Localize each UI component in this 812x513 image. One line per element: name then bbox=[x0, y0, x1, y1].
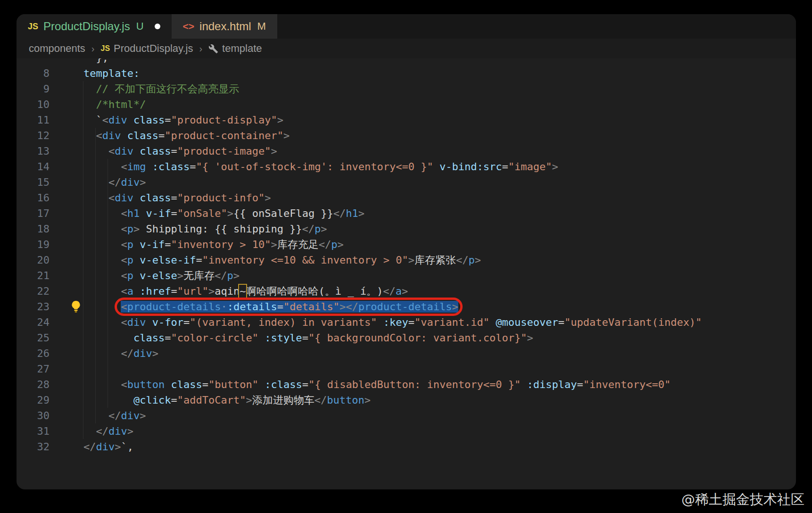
line-number[interactable]: 30 bbox=[17, 408, 50, 423]
code-line[interactable]: 32</div>`, bbox=[17, 439, 796, 455]
line-number[interactable]: 8 bbox=[17, 66, 50, 81]
code-token bbox=[83, 254, 121, 266]
line-number[interactable]: 15 bbox=[17, 174, 50, 190]
lightbulb-icon[interactable] bbox=[70, 300, 82, 313]
code-token: > bbox=[133, 223, 140, 235]
code-line[interactable]: 12 <div class="product-container"> bbox=[17, 128, 796, 143]
wrench-icon bbox=[208, 44, 218, 54]
code-token: </ bbox=[121, 348, 133, 359]
line-number[interactable]: 26 bbox=[17, 346, 50, 361]
code-line[interactable]: 24 <div v-for="(variant, index) in varia… bbox=[17, 314, 796, 330]
code-line[interactable]: 11 `<div class="product-display"> bbox=[17, 112, 796, 128]
line-number[interactable]: 29 bbox=[17, 392, 50, 408]
line-number[interactable]: 18 bbox=[17, 221, 50, 237]
code-line[interactable]: 10 /*html*/ bbox=[17, 97, 796, 112]
code-token: > bbox=[552, 161, 558, 173]
code-line[interactable]: 28 <button class="button" :class="{ disa… bbox=[17, 377, 796, 392]
code-token: > bbox=[475, 254, 481, 266]
code-token bbox=[258, 379, 265, 390]
code-line[interactable]: 14 <img :class="{ 'out-of-stock-img': in… bbox=[17, 159, 796, 174]
code-token: img bbox=[127, 161, 146, 173]
code-token: > bbox=[527, 332, 533, 344]
unsaved-changes-dot-icon[interactable] bbox=[155, 24, 160, 29]
code-line[interactable]: 16 <div class="product-info"> bbox=[17, 190, 796, 206]
line-number[interactable]: 12 bbox=[17, 128, 50, 143]
breadcrumb-item-template[interactable]: template bbox=[208, 42, 262, 55]
code-text: <p v-else-if="inventory <=10 && inventor… bbox=[83, 252, 481, 268]
code-token: :key bbox=[383, 316, 408, 328]
line-number[interactable]: 14 bbox=[17, 159, 50, 174]
line-number[interactable]: 32 bbox=[17, 439, 50, 455]
code-line[interactable]: 29 @click="addToCart">添加进购物车</button> bbox=[17, 392, 796, 408]
code-text: @click="addToCart">添加进购物车</button> bbox=[83, 392, 371, 408]
code-token: a bbox=[396, 285, 402, 297]
code-token: 添加进购物车 bbox=[252, 394, 315, 406]
breadcrumb-item-components[interactable]: components bbox=[29, 42, 85, 55]
line-number[interactable]: 27 bbox=[17, 361, 50, 377]
code-line[interactable]: 22 <a :href="url">aqin~啊哈啊哈啊哈哈(。ì _ í。)<… bbox=[17, 283, 796, 299]
code-line[interactable]: 26 </div> bbox=[17, 346, 796, 361]
code-line[interactable]: 30 </div> bbox=[17, 408, 796, 423]
code-text: <a :href="url">aqin~啊哈啊哈啊哈哈(。ì _ í。)</a> bbox=[83, 283, 408, 299]
code-token: "color-circle" bbox=[171, 332, 258, 344]
code-token: `, bbox=[121, 441, 134, 453]
code-line[interactable]: 18 <p> Shippling: {{ shipping }}</p> bbox=[17, 221, 796, 237]
code-line[interactable]: 23 <product-details·:details="details"><… bbox=[17, 299, 796, 314]
gutter-decoration-slot bbox=[50, 206, 83, 221]
line-number[interactable]: 23 bbox=[17, 299, 50, 314]
code-text: class="color-circle" :style="{ backgroun… bbox=[83, 330, 533, 346]
code-line[interactable]: 17 <h1 v-if="onSale">{{ onSaleFlag }}</h… bbox=[17, 206, 796, 221]
code-line[interactable]: 27 bbox=[17, 361, 796, 377]
code-line[interactable]: 13 <div class="product-image"> bbox=[17, 143, 796, 159]
code-token: div bbox=[108, 425, 127, 437]
line-number[interactable]: 28 bbox=[17, 377, 50, 392]
line-number[interactable]: 25 bbox=[17, 330, 50, 346]
code-token: = bbox=[171, 192, 177, 204]
line-number[interactable]: 17 bbox=[17, 206, 50, 221]
code-token: "product-display" bbox=[171, 114, 277, 126]
line-number[interactable]: 24 bbox=[17, 314, 50, 330]
code-editor[interactable]: }, 8template:9 // 不加下面这行不会高亮显示10 /*html*… bbox=[17, 58, 796, 489]
selected-code[interactable]: <product-details·:details="details"></pr… bbox=[121, 301, 458, 313]
code-token bbox=[83, 425, 96, 437]
code-token: = bbox=[171, 394, 177, 406]
code-token: = bbox=[302, 379, 308, 390]
git-status-badge: U bbox=[136, 20, 144, 33]
line-number[interactable]: 31 bbox=[17, 423, 50, 439]
code-line[interactable]: 15 </div> bbox=[17, 174, 796, 190]
code-token: div bbox=[115, 192, 133, 204]
code-token: < bbox=[121, 223, 127, 235]
code-token: < bbox=[121, 207, 127, 219]
tab-index-html[interactable]: <> index.html M bbox=[172, 14, 277, 39]
line-number[interactable]: 9 bbox=[17, 81, 50, 97]
javascript-file-icon: JS bbox=[28, 22, 38, 32]
line-number[interactable]: 19 bbox=[17, 237, 50, 252]
code-token: div bbox=[102, 130, 121, 141]
code-line[interactable]: 31 </div> bbox=[17, 423, 796, 439]
line-number[interactable]: 22 bbox=[17, 283, 50, 299]
code-token bbox=[146, 316, 152, 328]
code-line[interactable]: 8template: bbox=[17, 66, 796, 81]
code-token: 无库存 bbox=[183, 270, 215, 281]
gutter-decoration-slot bbox=[50, 392, 83, 408]
code-token: v-else bbox=[140, 270, 177, 281]
line-number[interactable]: 13 bbox=[17, 143, 50, 159]
code-token: < bbox=[121, 301, 127, 313]
code-token: = bbox=[408, 316, 414, 328]
tab-productdisplay-js[interactable]: JS ProductDisplay.js U bbox=[17, 14, 172, 39]
code-line[interactable]: 20 <p v-else-if="inventory <=10 && inven… bbox=[17, 252, 796, 268]
code-line[interactable]: 9 // 不加下面这行不会高亮显示 bbox=[17, 81, 796, 97]
git-status-badge: M bbox=[257, 20, 265, 33]
code-token bbox=[83, 114, 96, 126]
line-number[interactable]: 21 bbox=[17, 268, 50, 283]
code-line[interactable]: 19 <p v-if="inventory > 10">库存充足</p> bbox=[17, 237, 796, 252]
breadcrumb-item-file[interactable]: JS ProductDisplay.js bbox=[101, 42, 193, 55]
line-number[interactable]: 10 bbox=[17, 97, 50, 112]
line-number[interactable]: 20 bbox=[17, 252, 50, 268]
line-number[interactable]: 11 bbox=[17, 112, 50, 128]
line-number[interactable]: 16 bbox=[17, 190, 50, 206]
code-line[interactable]: 25 class="color-circle" :style="{ backgr… bbox=[17, 330, 796, 346]
gutter-decoration-slot bbox=[50, 377, 83, 392]
code-token: > bbox=[152, 348, 158, 359]
code-line[interactable]: 21 <p v-else>无库存</p> bbox=[17, 268, 796, 283]
